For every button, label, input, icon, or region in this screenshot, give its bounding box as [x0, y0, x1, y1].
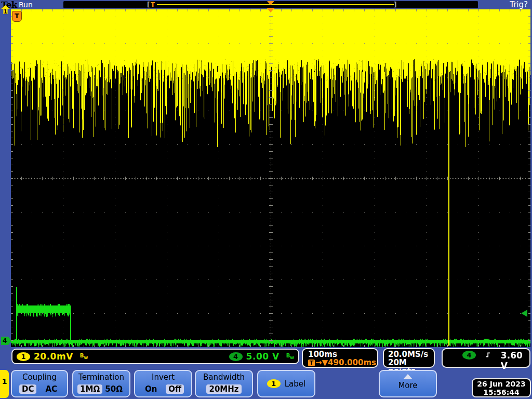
more-button[interactable]: More	[379, 370, 437, 397]
ch1-badge[interactable]: 1	[17, 352, 30, 361]
window-right-bracket: ]	[394, 1, 396, 8]
trigger-source-badge: 4	[462, 351, 476, 360]
coupling-title: Coupling	[12, 373, 67, 382]
invert-option-on[interactable]: On	[142, 384, 159, 394]
ch4-scale[interactable]: 5.00 V	[246, 351, 280, 362]
run-status: Run	[19, 0, 33, 9]
trigger-position-marker: T	[151, 1, 155, 8]
window-left-bracket: [	[147, 1, 150, 8]
termination-title: Termination	[73, 373, 129, 382]
menu-channel-tab[interactable]: 1	[0, 370, 9, 398]
bandwidth-option-20mhz[interactable]: 20MHz	[206, 384, 241, 394]
more-title: More	[380, 381, 436, 390]
coupling-option-ac[interactable]: AC	[43, 384, 60, 394]
termination-button[interactable]: Termination 1MΩ 50Ω	[72, 370, 130, 397]
trigger-level-badge[interactable]: T	[12, 11, 22, 22]
termination-option-50[interactable]: 50Ω	[102, 384, 125, 394]
waveform-display	[11, 9, 530, 347]
delay-arrows-icon: →▼	[315, 358, 328, 367]
acquisition-readout[interactable]: 20.0MS/s 20M points	[383, 348, 435, 368]
screen-border	[0, 9, 532, 347]
datetime-display: 26 Jun 2023 15:56:44	[472, 378, 531, 397]
ch1-scale[interactable]: 20.0mV	[34, 351, 73, 362]
date: 26 Jun 2023	[473, 380, 530, 388]
channel-readout-bar: 1 20.0mV BW 4 5.00 V BW	[11, 349, 299, 364]
graticule-area	[11, 9, 530, 347]
label-title: Label	[285, 379, 305, 389]
bandwidth-title: Bandwidth	[196, 373, 252, 382]
expansion-point-triangle-icon	[267, 1, 274, 5]
label-button[interactable]: 1 Label	[257, 370, 315, 397]
more-up-arrow-icon	[403, 374, 413, 379]
ch4-trigger-level-arrow-icon	[521, 310, 527, 317]
trigger-level-value: 3.60 V	[501, 350, 524, 371]
trigger-delay-t-icon: T	[308, 360, 315, 366]
invert-button[interactable]: Invert On Off	[134, 370, 192, 397]
rising-edge-slope-icon	[485, 350, 491, 360]
invert-title: Invert	[135, 373, 191, 382]
bandwidth-button[interactable]: Bandwidth 20MHz	[195, 370, 253, 397]
trigger-status: Trig?	[510, 0, 528, 9]
trigger-position-triangle-icon	[267, 8, 275, 12]
ch4-bandwidth-limit-icon: BW	[286, 353, 294, 360]
delay-value: 490.000ms	[328, 358, 376, 367]
top-status-bar: Tek Run [ T ] Trig?	[0, 0, 532, 9]
coupling-option-dc[interactable]: DC	[19, 384, 36, 394]
timebase-scale: 100ms	[308, 350, 377, 358]
coupling-button[interactable]: Coupling DC AC	[11, 370, 68, 397]
ch4-badge[interactable]: 4	[229, 352, 243, 361]
termination-option-1m[interactable]: 1MΩ	[77, 384, 102, 394]
label-ch1-badge: 1	[267, 379, 281, 388]
time: 15:56:44	[473, 388, 530, 396]
invert-option-off[interactable]: Off	[166, 384, 184, 394]
sample-rate: 20.0MS/s	[388, 350, 434, 358]
acquisition-position-bar: [ T ]	[63, 1, 478, 8]
trigger-delay: T→▼490.000ms	[308, 358, 377, 367]
record-line	[157, 4, 394, 5]
ch1-bandwidth-limit-icon: BW	[80, 353, 88, 360]
oscilloscope-screen: Tek Run [ T ] Trig? 1 T 4 1 20.0mV BW 4 …	[0, 0, 532, 399]
trigger-readout[interactable]: 4 3.60 V	[442, 348, 530, 368]
timebase-readout[interactable]: 100ms T→▼490.000ms	[302, 348, 378, 368]
ch4-readout-group: 4 5.00 V BW	[229, 351, 294, 362]
bottom-panel: 1 20.0mV BW 4 5.00 V BW 100ms T→▼490.000…	[0, 347, 532, 399]
